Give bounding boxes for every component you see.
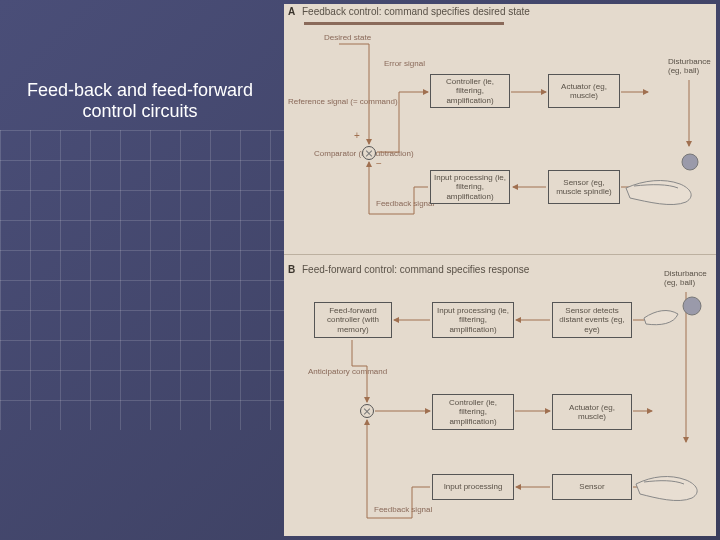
panel-b-title: Feed-forward control: command specifies … bbox=[302, 264, 529, 275]
panel-a-title: Feedback control: command specifies desi… bbox=[302, 6, 530, 17]
svg-point-1 bbox=[683, 297, 701, 315]
figure-container: A Feedback control: command specifies de… bbox=[284, 4, 716, 536]
panel-a-accent bbox=[304, 22, 504, 25]
comparator-node-a bbox=[362, 146, 376, 160]
svg-point-0 bbox=[682, 154, 698, 170]
hand-arm-b bbox=[634, 444, 716, 514]
panel-a-letter: A bbox=[288, 6, 295, 17]
actuator-box-b: Actuator (eg, muscle) bbox=[552, 394, 632, 430]
reference-label: Reference signal (= command) bbox=[288, 98, 398, 107]
eye-arm-b bbox=[642, 284, 712, 340]
anticipatory-label: Anticipatory command bbox=[308, 368, 387, 377]
sensor-box-a: Sensor (eg, muscle spindle) bbox=[548, 170, 620, 204]
arm-illustration-a bbox=[624, 144, 716, 224]
sensor-box-b: Sensor bbox=[552, 474, 632, 500]
panel-divider bbox=[284, 254, 716, 255]
panel-b: B Feed-forward control: command specifie… bbox=[284, 262, 716, 534]
controller-box-a: Controller (ie, filtering, amplification… bbox=[430, 74, 510, 108]
desired-state-label: Desired state bbox=[324, 34, 371, 43]
comparator-node-b bbox=[360, 404, 374, 418]
actuator-box-a: Actuator (eg, muscle) bbox=[548, 74, 620, 108]
input-box-a: Input processing (ie, filtering, amplifi… bbox=[430, 170, 510, 204]
input-box-b: Input processing bbox=[432, 474, 514, 500]
panel-b-header: B Feed-forward control: command specifie… bbox=[288, 264, 529, 275]
controller-box-b: Controller (ie, filtering, amplification… bbox=[432, 394, 514, 430]
ff-sensor-box: Sensor detects distant events (eg, eye) bbox=[552, 302, 632, 338]
background-grid bbox=[0, 130, 310, 430]
ff-input-box: Input processing (ie, filtering, amplifi… bbox=[432, 302, 514, 338]
panel-a: A Feedback control: command specifies de… bbox=[284, 4, 716, 248]
ff-controller-box: Feed-forward controller (with memory) bbox=[314, 302, 392, 338]
panel-a-header: A Feedback control: command specifies de… bbox=[288, 6, 530, 17]
feedback-label-b: Feedback signal bbox=[374, 506, 432, 515]
feedback-label-a: Feedback signal bbox=[376, 200, 434, 209]
error-label: Error signal bbox=[384, 60, 425, 69]
plus-sign: + bbox=[354, 130, 360, 141]
disturbance-label-a: Disturbance (eg, ball) bbox=[668, 58, 716, 76]
panel-b-letter: B bbox=[288, 264, 295, 275]
slide-title: Feed-back and feed-forward control circu… bbox=[10, 80, 270, 122]
minus-sign: − bbox=[376, 158, 382, 169]
